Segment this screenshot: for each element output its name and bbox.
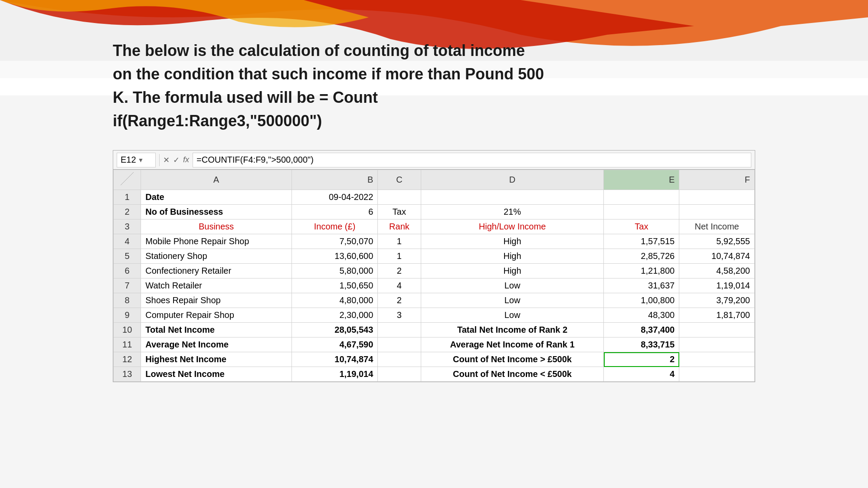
- cell-c9[interactable]: 3: [378, 308, 421, 323]
- row-num-3: 3: [114, 219, 141, 234]
- cell-e4[interactable]: 1,57,515: [604, 234, 679, 249]
- cell-b10[interactable]: 28,05,543: [292, 323, 378, 337]
- cell-a1[interactable]: Date: [141, 190, 292, 205]
- cell-b4[interactable]: 7,50,070: [292, 234, 378, 249]
- cell-a5[interactable]: Stationery Shop: [141, 249, 292, 264]
- cell-e5[interactable]: 2,85,726: [604, 249, 679, 264]
- table-row: 12 Highest Net Income 10,74,874 Count of…: [114, 352, 755, 367]
- cell-b12[interactable]: 10,74,874: [292, 352, 378, 367]
- cell-reference-box[interactable]: E12 ▼: [117, 153, 156, 167]
- cell-b7[interactable]: 1,50,650: [292, 278, 378, 293]
- confirm-icon[interactable]: ✓: [173, 155, 180, 165]
- table-row: 3 Business Income (£) Rank High/Low Inco…: [114, 219, 755, 234]
- cell-d5[interactable]: High: [421, 249, 604, 264]
- cell-f2[interactable]: [679, 205, 755, 219]
- cell-ref-dropdown-icon[interactable]: ▼: [138, 157, 144, 164]
- cell-e9[interactable]: 48,300: [604, 308, 679, 323]
- cell-f11[interactable]: [679, 337, 755, 352]
- cell-d3[interactable]: High/Low Income: [421, 219, 604, 234]
- cell-c10[interactable]: [378, 323, 421, 337]
- col-header-d[interactable]: D: [421, 170, 604, 190]
- cell-d2[interactable]: 21%: [421, 205, 604, 219]
- cell-b3[interactable]: Income (£): [292, 219, 378, 234]
- cell-f9[interactable]: 1,81,700: [679, 308, 755, 323]
- cell-d1[interactable]: [421, 190, 604, 205]
- cancel-icon[interactable]: ✕: [163, 155, 170, 165]
- cell-b1[interactable]: 09-04-2022: [292, 190, 378, 205]
- cell-a6[interactable]: Confectionery Retailer: [141, 264, 292, 278]
- cell-a2[interactable]: No of Businessess: [141, 205, 292, 219]
- col-header-c[interactable]: C: [378, 170, 421, 190]
- cell-f12[interactable]: [679, 352, 755, 367]
- cell-f13[interactable]: [679, 367, 755, 382]
- col-header-b[interactable]: B: [292, 170, 378, 190]
- cell-d8[interactable]: Low: [421, 293, 604, 308]
- cell-e12[interactable]: 2: [604, 352, 679, 367]
- cell-c3[interactable]: Rank: [378, 219, 421, 234]
- cell-f10[interactable]: [679, 323, 755, 337]
- cell-b11[interactable]: 4,67,590: [292, 337, 378, 352]
- cell-f3[interactable]: Net Income: [679, 219, 755, 234]
- cell-f8[interactable]: 3,79,200: [679, 293, 755, 308]
- cell-c8[interactable]: 2: [378, 293, 421, 308]
- description-line1: The below is the calculation of counting…: [113, 42, 525, 59]
- cell-c4[interactable]: 1: [378, 234, 421, 249]
- cell-b13[interactable]: 1,19,014: [292, 367, 378, 382]
- col-header-f[interactable]: F: [679, 170, 755, 190]
- cell-f4[interactable]: 5,92,555: [679, 234, 755, 249]
- cell-f5[interactable]: 10,74,874: [679, 249, 755, 264]
- table-row: 11 Average Net Income 4,67,590 Average N…: [114, 337, 755, 352]
- cell-d6[interactable]: High: [421, 264, 604, 278]
- cell-a11[interactable]: Average Net Income: [141, 337, 292, 352]
- cell-c6[interactable]: 2: [378, 264, 421, 278]
- cell-e2[interactable]: [604, 205, 679, 219]
- row-num-12: 12: [114, 352, 141, 367]
- cell-e13[interactable]: 4: [604, 367, 679, 382]
- cell-c7[interactable]: 4: [378, 278, 421, 293]
- cell-e6[interactable]: 1,21,800: [604, 264, 679, 278]
- cell-f6[interactable]: 4,58,200: [679, 264, 755, 278]
- cell-d7[interactable]: Low: [421, 278, 604, 293]
- cell-d9[interactable]: Low: [421, 308, 604, 323]
- cell-f1[interactable]: [679, 190, 755, 205]
- cell-d4[interactable]: High: [421, 234, 604, 249]
- cell-a10[interactable]: Total Net Income: [141, 323, 292, 337]
- cell-c2[interactable]: Tax: [378, 205, 421, 219]
- cell-a13[interactable]: Lowest Net Income: [141, 367, 292, 382]
- cell-d11[interactable]: Average Net Income of Rank 1: [421, 337, 604, 352]
- cell-c13[interactable]: [378, 367, 421, 382]
- cell-e1[interactable]: [604, 190, 679, 205]
- row-num-11: 11: [114, 337, 141, 352]
- cell-e8[interactable]: 1,00,800: [604, 293, 679, 308]
- cell-e7[interactable]: 31,637: [604, 278, 679, 293]
- formula-input[interactable]: [193, 153, 751, 167]
- cell-c12[interactable]: [378, 352, 421, 367]
- cell-c5[interactable]: 1: [378, 249, 421, 264]
- cell-a4[interactable]: Mobile Phone Repair Shop: [141, 234, 292, 249]
- cell-b5[interactable]: 13,60,600: [292, 249, 378, 264]
- cell-e10[interactable]: 8,37,400: [604, 323, 679, 337]
- cell-d12[interactable]: Count of Net Income > £500k: [421, 352, 604, 367]
- description-line3: K. The formula used will be = Count: [113, 88, 378, 106]
- cell-a7[interactable]: Watch Retailer: [141, 278, 292, 293]
- cell-b2[interactable]: 6: [292, 205, 378, 219]
- cell-b9[interactable]: 2,30,000: [292, 308, 378, 323]
- cell-b6[interactable]: 5,80,000: [292, 264, 378, 278]
- cell-a9[interactable]: Computer Repair Shop: [141, 308, 292, 323]
- cell-a8[interactable]: Shoes Repair Shop: [141, 293, 292, 308]
- cell-d10[interactable]: Tatal Net Income of Rank 2: [421, 323, 604, 337]
- cell-a12[interactable]: Highest Net Income: [141, 352, 292, 367]
- table-row: 6 Confectionery Retailer 5,80,000 2 High…: [114, 264, 755, 278]
- col-header-a[interactable]: A: [141, 170, 292, 190]
- cell-d13[interactable]: Count of Net Income < £500k: [421, 367, 604, 382]
- cell-e11[interactable]: 8,33,715: [604, 337, 679, 352]
- cell-a3[interactable]: Business: [141, 219, 292, 234]
- cell-c11[interactable]: [378, 337, 421, 352]
- function-icon[interactable]: fx: [183, 155, 189, 164]
- cell-f7[interactable]: 1,19,014: [679, 278, 755, 293]
- col-header-e[interactable]: E: [604, 170, 679, 190]
- cell-b8[interactable]: 4,80,000: [292, 293, 378, 308]
- table-row: 9 Computer Repair Shop 2,30,000 3 Low 48…: [114, 308, 755, 323]
- cell-e3[interactable]: Tax: [604, 219, 679, 234]
- cell-c1[interactable]: [378, 190, 421, 205]
